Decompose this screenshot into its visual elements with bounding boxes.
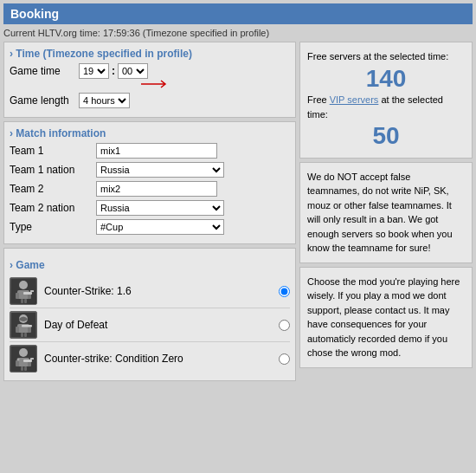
type-label: Type	[10, 221, 96, 233]
match-section: Match information Team 1 Team 1 nation R…	[3, 121, 296, 244]
team1-nation-select[interactable]: Russia Sweden Denmark United States Germ…	[96, 162, 224, 178]
team1-input[interactable]	[96, 143, 217, 159]
svg-rect-16	[22, 325, 32, 327]
svg-point-18	[19, 348, 28, 357]
red-arrow-indicator	[139, 79, 290, 91]
match-section-header: Match information	[10, 127, 290, 139]
booking-page: Booking Current HLTV.org time: 17:59:36 …	[0, 0, 476, 385]
cs-icon	[10, 277, 37, 305]
svg-rect-25	[30, 358, 34, 360]
team2-label: Team 2	[10, 183, 96, 195]
vip-link[interactable]: VIP servers	[330, 94, 379, 105]
game-length-label: Game length	[10, 94, 79, 107]
minute-select[interactable]: 00 15 30 45	[118, 63, 148, 79]
team2-nation-label: Team 2 nation	[10, 202, 96, 214]
cs-game-icon	[11, 279, 35, 303]
vip-servers-text: Free VIP servers at the selected time:	[307, 93, 465, 121]
red-arrow-icon	[139, 80, 174, 88]
dod-label: Day of Defeat	[44, 319, 275, 331]
game-info-box: Choose the mod you're playing here wisel…	[299, 267, 473, 368]
svg-rect-12	[16, 327, 19, 333]
warning-text: We do NOT accept false teamnames, do not…	[307, 172, 453, 254]
game-row-cscz: Counter-strike: Condition Zero	[10, 342, 290, 375]
team1-label: Team 1	[10, 145, 96, 157]
svg-point-26	[17, 359, 20, 361]
cscz-game-icon	[11, 347, 35, 371]
team1-row: Team 1	[10, 143, 290, 159]
team1-nation-row: Team 1 nation Russia Sweden Denmark Unit…	[10, 162, 290, 178]
svg-rect-6	[24, 299, 27, 303]
svg-rect-5	[21, 299, 23, 303]
game-length-row: Game length 1 hour 2 hours 3 hours 4 hou…	[10, 93, 290, 108]
svg-rect-13	[28, 327, 31, 333]
time-section-header: Time (Timezone specified in profile)	[10, 48, 290, 60]
cs-label: Counter-Strike: 1.6	[44, 285, 275, 297]
type-row: Type #Cup League Ladder Clan war Show ma…	[10, 219, 290, 235]
right-panel: Free servers at the selected time: 140 F…	[299, 42, 473, 381]
type-select[interactable]: #Cup League Ladder Clan war Show match	[96, 219, 224, 235]
cscz-icon	[10, 345, 37, 373]
time-inputs: 17 18 19 20 21 22 23 : 00 15 30	[79, 63, 148, 79]
time-colon: :	[111, 65, 116, 77]
game-time-row: Game time 17 18 19 20 21 22 23 :	[10, 63, 290, 79]
svg-rect-24	[23, 360, 32, 362]
game-time-label: Game time	[10, 65, 79, 77]
svg-rect-20	[16, 360, 19, 366]
game-section-header: Game	[10, 259, 290, 271]
svg-rect-15	[24, 333, 27, 337]
game-row-cs: Counter-Strike: 1.6	[10, 275, 290, 308]
dod-game-icon	[11, 313, 35, 337]
game-section: Game	[3, 248, 296, 381]
svg-rect-23	[24, 366, 27, 371]
svg-rect-3	[16, 293, 19, 299]
team2-nation-select[interactable]: Russia Sweden Denmark United States Germ…	[96, 200, 224, 216]
time-section: Time (Timezone specified in profile) Gam…	[3, 42, 296, 118]
svg-rect-7	[23, 292, 32, 295]
team2-row: Team 2	[10, 181, 290, 197]
free-servers-count: 140	[307, 64, 465, 94]
free-servers-text: Free servers at the selected time:	[307, 49, 465, 64]
svg-rect-8	[30, 290, 34, 292]
cscz-label: Counter-strike: Condition Zero	[44, 353, 275, 365]
left-panel: Time (Timezone specified in profile) Gam…	[3, 42, 296, 381]
game-info-text: Choose the mod you're playing here wisel…	[307, 276, 460, 359]
current-time-notice: Current HLTV.org time: 17:59:36 (Timezon…	[3, 28, 473, 38]
svg-rect-14	[21, 333, 23, 337]
team2-input[interactable]	[96, 181, 217, 197]
svg-rect-22	[21, 366, 23, 371]
game-row-dod: Day of Defeat	[10, 308, 290, 342]
free-servers-box: Free servers at the selected time: 140 F…	[299, 42, 473, 159]
dod-icon	[10, 311, 37, 339]
svg-point-1	[19, 281, 28, 289]
hour-select[interactable]: 17 18 19 20 21 22 23	[79, 63, 109, 79]
warning-box: We do NOT accept false teamnames, do not…	[299, 162, 473, 263]
vip-count: 50	[307, 121, 465, 151]
cscz-radio[interactable]	[279, 353, 290, 365]
dod-radio[interactable]	[279, 320, 290, 331]
game-length-select[interactable]: 1 hour 2 hours 3 hours 4 hours 6 hours 8…	[79, 93, 130, 108]
team2-nation-row: Team 2 nation Russia Sweden Denmark Unit…	[10, 200, 290, 216]
team1-nation-label: Team 1 nation	[10, 164, 96, 176]
vip-pre: Free	[307, 94, 330, 105]
cs-radio[interactable]	[279, 286, 290, 297]
page-title: Booking	[3, 3, 473, 24]
